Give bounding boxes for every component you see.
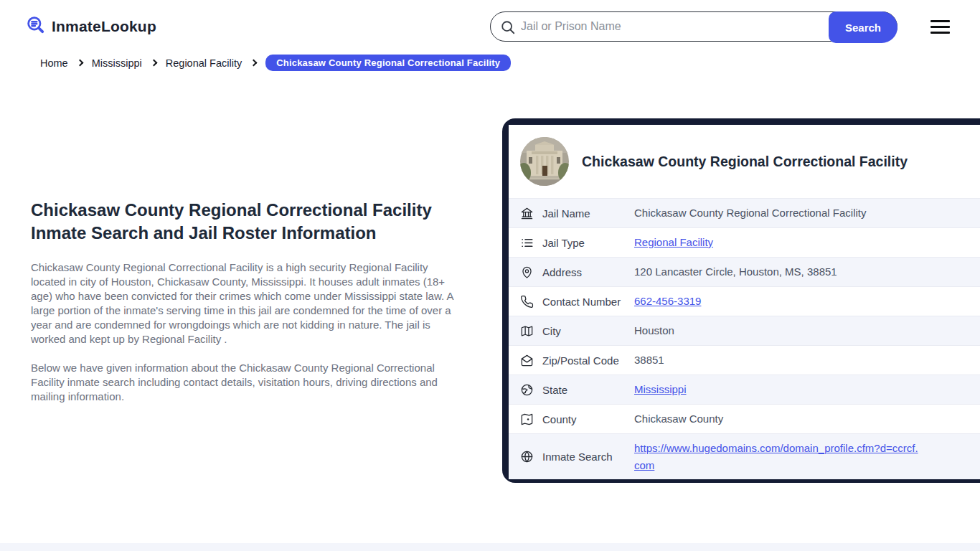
phone-icon bbox=[520, 295, 534, 309]
bank-icon bbox=[520, 207, 534, 220]
detail-label: Contact Number bbox=[542, 296, 634, 308]
info-paragraph: Below we have given information about th… bbox=[31, 361, 457, 404]
hamburger-menu-icon[interactable] bbox=[930, 20, 950, 37]
facility-card-header: Chickasaw County Regional Correctional F… bbox=[509, 125, 980, 198]
page-title: Chickasaw County Regional Correctional F… bbox=[31, 199, 457, 245]
chevron-right-icon bbox=[76, 59, 83, 66]
breadcrumb-current-badge: Chickasaw County Regional Correctional F… bbox=[265, 55, 511, 71]
intro-paragraph: Chickasaw County Regional Correctional F… bbox=[31, 260, 457, 347]
detail-label: State bbox=[542, 384, 634, 396]
inmate-search-link[interactable]: https://www.hugedomains.com/domain_profi… bbox=[634, 440, 921, 474]
brand-name: InmateLookup bbox=[52, 18, 156, 35]
row-inmate-search: Inmate Search https://www.hugedomains.co… bbox=[509, 433, 980, 479]
footer-strip bbox=[0, 543, 980, 551]
contact-number-link[interactable]: 662-456-3319 bbox=[634, 293, 701, 310]
row-contact-number: Contact Number 662-456-3319 bbox=[509, 286, 980, 316]
article: Chickasaw County Regional Correctional F… bbox=[31, 199, 457, 418]
magnifier-logo-icon bbox=[26, 15, 45, 37]
breadcrumb: Home Mississippi Regional Facility Chick… bbox=[40, 55, 511, 71]
breadcrumb-home[interactable]: Home bbox=[40, 57, 68, 69]
breadcrumb-mississippi[interactable]: Mississippi bbox=[92, 57, 142, 69]
jail-type-link[interactable]: Regional Facility bbox=[634, 234, 713, 251]
globe-icon bbox=[520, 383, 534, 397]
detail-label: Jail Name bbox=[542, 207, 634, 220]
map-icon bbox=[520, 324, 534, 338]
mail-open-icon bbox=[520, 354, 534, 367]
breadcrumb-regional-facility[interactable]: Regional Facility bbox=[166, 57, 242, 69]
county-value: Chickasaw County bbox=[634, 410, 723, 428]
zip-code-value: 38851 bbox=[634, 352, 664, 369]
detail-label: County bbox=[542, 413, 634, 425]
state-link[interactable]: Mississippi bbox=[634, 381, 687, 398]
search-button[interactable]: Search bbox=[829, 11, 897, 43]
detail-label: Jail Type bbox=[542, 237, 634, 249]
row-address: Address 120 Lancaster Circle, Houston, M… bbox=[509, 257, 980, 286]
county-map-icon bbox=[520, 413, 534, 426]
facility-card: Chickasaw County Regional Correctional F… bbox=[502, 118, 980, 483]
brand-logo[interactable]: InmateLookup bbox=[26, 15, 156, 37]
row-state: State Mississippi bbox=[509, 375, 980, 404]
page: InmateLookup Search Home Mississippi Reg… bbox=[0, 0, 980, 551]
facility-photo bbox=[520, 137, 569, 186]
row-jail-type: Jail Type Regional Facility bbox=[509, 227, 980, 257]
detail-label: City bbox=[542, 325, 634, 337]
search-icon bbox=[500, 19, 516, 35]
row-zip-code: Zip/Postal Code 38851 bbox=[509, 345, 980, 375]
address-value: 120 Lancaster Circle, Houston, MS, 38851 bbox=[634, 263, 837, 281]
row-jail-name: Jail Name Chickasaw County Regional Corr… bbox=[509, 198, 980, 227]
row-county: County Chickasaw County bbox=[509, 404, 980, 433]
search-input[interactable] bbox=[521, 13, 808, 40]
web-icon bbox=[520, 450, 534, 463]
detail-label: Inmate Search bbox=[542, 451, 634, 463]
detail-label: Zip/Postal Code bbox=[542, 354, 634, 367]
facility-card-title: Chickasaw County Regional Correctional F… bbox=[582, 154, 908, 170]
map-pin-icon bbox=[520, 265, 534, 279]
jail-name-value: Chickasaw County Regional Correctional F… bbox=[634, 204, 866, 222]
search-bar: Search bbox=[490, 11, 897, 42]
chevron-right-icon bbox=[150, 59, 157, 66]
detail-label: Address bbox=[542, 266, 634, 278]
chevron-right-icon bbox=[250, 59, 258, 66]
city-value: Houston bbox=[634, 322, 674, 339]
list-icon bbox=[520, 236, 534, 250]
row-city: City Houston bbox=[509, 316, 980, 345]
